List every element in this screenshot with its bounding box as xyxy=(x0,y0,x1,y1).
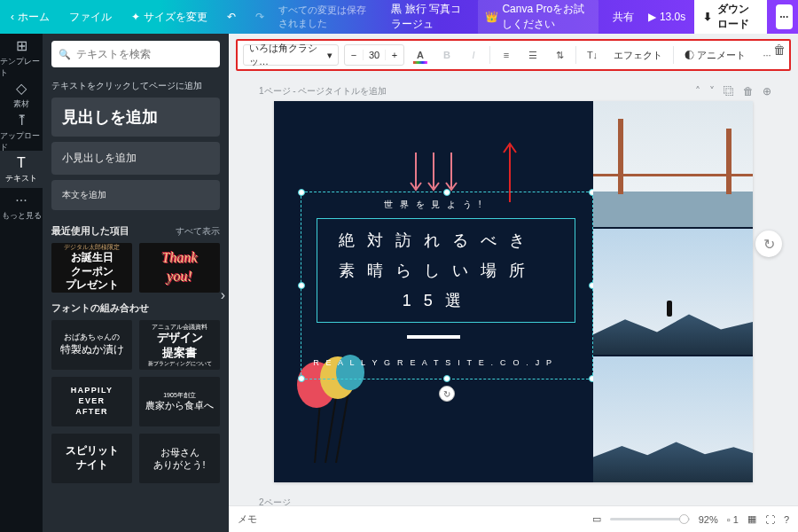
add-heading-button[interactable]: 見出しを追加 xyxy=(51,98,220,137)
svg-line-11 xyxy=(325,397,336,463)
combo-thumb-6[interactable]: お母さんありがとう! xyxy=(139,434,220,483)
undo-button[interactable]: ↶ xyxy=(222,7,241,27)
bold-button[interactable]: B xyxy=(436,44,458,66)
file-label: ファイル xyxy=(69,10,112,25)
page-duplicate-icon[interactable]: ⿻ xyxy=(724,85,734,98)
combos-section-title: フォントの組み合わせ xyxy=(51,301,149,315)
effects-button[interactable]: エフェクト xyxy=(608,49,668,62)
photo-bridge[interactable] xyxy=(593,101,753,227)
share-button[interactable]: 共有 xyxy=(607,6,639,28)
italic-button[interactable]: I xyxy=(463,44,484,66)
help-icon[interactable]: ? xyxy=(784,514,789,525)
add-body-button[interactable]: 本文を追加 xyxy=(51,180,220,210)
click-to-add-caption: テキストをクリックしてページに追加 xyxy=(51,80,220,92)
recent-next[interactable]: › xyxy=(221,287,225,303)
fullscreen-icon[interactable]: ⛶ xyxy=(765,514,775,525)
rail-text[interactable]: Tテキスト xyxy=(0,151,43,188)
left-rail: ⊞テンプレート ◇素材 ⤒アップロード Tテキスト ···もっと見る xyxy=(0,34,43,532)
canvas-scroll[interactable]: 1ページ - ページタイトルを追加 ˄ ˅ ⿻ 🗑 ⊕ xyxy=(229,71,798,505)
resize-button[interactable]: ✦ サイズを変更 xyxy=(126,6,213,28)
font-size-stepper: − 30 + xyxy=(344,44,404,66)
page-down-icon[interactable]: ˅ xyxy=(709,85,715,98)
page2-label[interactable]: 2ページ xyxy=(259,497,291,505)
align-button[interactable]: ≡ xyxy=(496,44,517,66)
combo-thumb-5[interactable]: スピリットナイト xyxy=(51,434,132,483)
combos-grid: おばあちゃんの特製ぬか漬け アニュアル会議資料デザイン提案書新ブランディングにつ… xyxy=(51,320,220,483)
page-1-canvas[interactable]: ↻ 世 界 を 見 よ う ! 絶 対 訪 れ る べ き 素 晴 ら し い … xyxy=(274,101,753,482)
page-add-icon[interactable]: ⊕ xyxy=(763,85,771,98)
editor-area: いろは角クラシッ…▾ − 30 + A B I ≡ ☰ ⇅ T↓ エフェクト ◐… xyxy=(229,34,798,532)
photo-mountains[interactable] xyxy=(593,356,753,482)
text-side-panel: 🔍 テキストをクリックしてページに追加 見出しを追加 小見出しを追加 本文を追加… xyxy=(43,34,229,532)
rail-elements[interactable]: ◇素材 xyxy=(0,76,43,113)
list-button[interactable]: ☰ xyxy=(522,44,544,66)
grid-icon: ⊞ xyxy=(16,37,27,54)
zoom-value[interactable]: 92% xyxy=(699,514,718,525)
notes-button[interactable]: メモ xyxy=(238,512,257,526)
svg-line-10 xyxy=(315,403,320,463)
present-button[interactable]: ▶ 13.0s xyxy=(648,11,685,23)
search-icon: 🔍 xyxy=(59,49,71,60)
zoom-slider[interactable] xyxy=(610,518,690,520)
bottom-bar: メモ ▭ 92% ▫ 1 ▦ ⛶ ? xyxy=(229,505,798,532)
redo-button[interactable]: ↷ xyxy=(250,7,270,27)
combo-thumb-1[interactable]: おばあちゃんの特製ぬか漬け xyxy=(51,320,132,370)
font-size-increase[interactable]: + xyxy=(386,50,403,60)
timeline-icon[interactable]: ▭ xyxy=(592,513,601,525)
rail-templates[interactable]: ⊞テンプレート xyxy=(0,39,43,76)
font-size-value[interactable]: 30 xyxy=(363,50,386,60)
page-counter[interactable]: ▫ 1 xyxy=(727,514,739,525)
page-up-icon[interactable]: ˄ xyxy=(695,85,700,98)
page1-label[interactable]: 1ページ - ページタイトルを追加 xyxy=(259,85,387,98)
vertical-text-button[interactable]: T↓ xyxy=(582,44,603,66)
recent-section-title: 最近使用した項目 xyxy=(51,224,129,238)
rotate-handle[interactable]: ↻ xyxy=(439,386,455,402)
home-button[interactable]: ‹ ホーム xyxy=(5,6,55,28)
download-button[interactable]: ⬇ ダウンロード xyxy=(694,0,766,36)
font-size-decrease[interactable]: − xyxy=(345,50,363,60)
delete-element-button[interactable]: 🗑 xyxy=(773,43,786,57)
divider-graphic xyxy=(407,335,460,339)
top-bar: ‹ ホーム ファイル ✦ サイズを変更 ↶ ↷ すべての変更は保存されました 黒… xyxy=(0,0,798,34)
redo-floating-button[interactable]: ↻ xyxy=(755,231,782,257)
resize-label: サイズを変更 xyxy=(144,10,207,25)
combo-thumb-3[interactable]: HAPPILYEVERAFTER xyxy=(51,377,132,426)
combo-thumb-2[interactable]: アニュアル会議資料デザイン提案書新ブランディングについて xyxy=(139,320,220,370)
save-status: すべての変更は保存されました xyxy=(278,4,373,30)
animate-button[interactable]: ◐ アニメート xyxy=(679,49,751,62)
page-delete-icon[interactable]: 🗑 xyxy=(743,85,754,98)
search-input[interactable] xyxy=(76,48,213,60)
chevron-down-icon: ▾ xyxy=(327,50,332,61)
home-label: ホーム xyxy=(18,10,50,25)
try-pro-button[interactable]: 👑 Canva Proをお試しください xyxy=(478,0,598,35)
dots-icon: ··· xyxy=(15,192,27,208)
canvas-text-url[interactable]: R E A L L Y G R E A T S I T E . C O . J … xyxy=(274,358,593,367)
grid-view-icon[interactable]: ▦ xyxy=(747,513,756,525)
recent-thumb-1[interactable]: デジタル太郎様限定 お誕生日 クーポン プレゼント xyxy=(51,243,132,293)
text-color-button[interactable]: A xyxy=(410,44,431,66)
more-menu-button[interactable]: ··· xyxy=(776,4,793,29)
spacing-button[interactable]: ⇅ xyxy=(549,44,570,66)
rail-uploads[interactable]: ⤒アップロード xyxy=(0,113,43,151)
font-family-select[interactable]: いろは角クラシッ…▾ xyxy=(243,44,339,66)
add-subheading-button[interactable]: 小見出しを追加 xyxy=(51,142,220,175)
canvas-text-tagline[interactable]: 世 界 を 見 よ う ! xyxy=(274,199,593,211)
document-title[interactable]: 黒 旅行 写真コラージュ xyxy=(391,2,469,32)
duration-label: 13.0s xyxy=(660,11,685,23)
file-menu[interactable]: ファイル xyxy=(64,6,117,28)
upload-icon: ⤒ xyxy=(16,112,27,129)
rail-more[interactable]: ···もっと見る xyxy=(0,188,43,225)
canvas-text-heading[interactable]: 絶 対 訪 れ る べ き 素 晴 ら し い 場 所 1 5 選 xyxy=(274,225,593,317)
combo-thumb-4[interactable]: 1905年創立農家から食卓へ xyxy=(139,377,220,426)
page1-tools: ˄ ˅ ⿻ 🗑 ⊕ xyxy=(695,85,771,98)
zoom-thumb[interactable] xyxy=(679,514,689,524)
svg-line-12 xyxy=(336,392,348,463)
show-all-recent[interactable]: すべて表示 xyxy=(176,225,220,238)
recent-grid: デジタル太郎様限定 お誕生日 クーポン プレゼント Thank you! › xyxy=(51,243,220,293)
text-toolbar: いろは角クラシッ…▾ − 30 + A B I ≡ ☰ ⇅ T↓ エフェクト ◐… xyxy=(236,39,791,71)
photo-strip xyxy=(593,101,753,482)
annotation-arrows-icon xyxy=(403,151,466,197)
search-box[interactable]: 🔍 xyxy=(51,41,220,67)
photo-lake[interactable] xyxy=(593,229,753,355)
recent-thumb-2[interactable]: Thank you! xyxy=(139,243,220,293)
